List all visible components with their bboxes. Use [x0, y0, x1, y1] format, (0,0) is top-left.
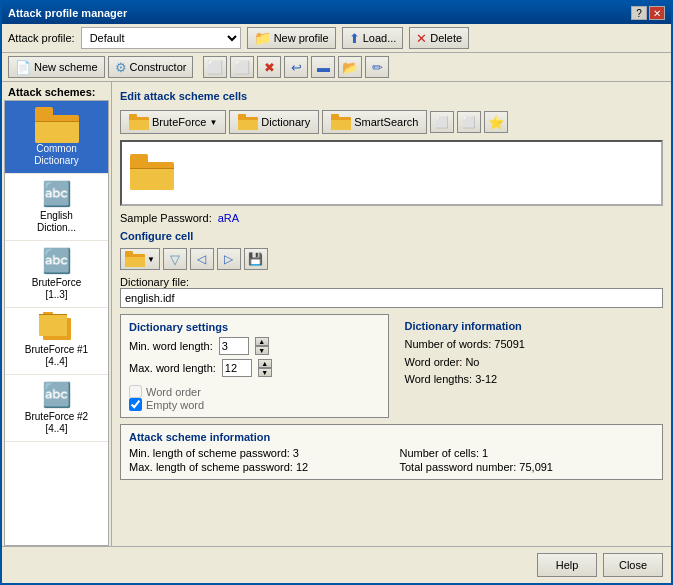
import-icon: 📂: [342, 60, 358, 75]
copy-icon: ⬜: [207, 60, 223, 75]
sample-label: Sample Password:: [120, 212, 212, 224]
new-profile-button[interactable]: 📁 New profile: [247, 27, 336, 49]
dict-word-lengths: Word lengths: 3-12: [405, 371, 656, 389]
tab-dictionary-label: Dictionary: [261, 116, 310, 128]
cell-preview-icon: [130, 154, 174, 192]
delete-icon: ✕: [416, 31, 427, 46]
main-window: Attack profile manager ? ✕ Attack profil…: [0, 0, 673, 585]
arrow-left-icon: ◁: [197, 252, 206, 266]
min-word-up[interactable]: ▲: [255, 337, 269, 346]
profile-select[interactable]: Default: [81, 27, 241, 49]
sidebar-item-bruteforce3[interactable]: 🔤 BruteForce #2[4..4]: [5, 375, 108, 442]
delete-scheme-btn[interactable]: ✖: [257, 56, 281, 78]
load-button[interactable]: ⬆ Load...: [342, 27, 404, 49]
max-word-up[interactable]: ▲: [258, 359, 272, 368]
dict-info-title: Dictionary information: [405, 320, 656, 332]
cell-copy2-btn[interactable]: ⬜: [457, 111, 481, 133]
max-word-down[interactable]: ▼: [258, 368, 272, 377]
cell-copy2-icon: ⬜: [462, 116, 476, 129]
dict-file-label: Dictionary file:: [120, 276, 663, 288]
open-dict-button[interactable]: ▼: [120, 248, 160, 270]
save-idf-btn[interactable]: 💾: [244, 248, 268, 270]
window-title: Attack profile manager: [8, 7, 127, 19]
bruteforce1-icon: 🔤: [42, 247, 72, 275]
empty-word-checkbox[interactable]: [129, 398, 142, 411]
min-word-input[interactable]: [219, 337, 249, 355]
load-label: Load...: [363, 32, 397, 44]
sidebar-item-label-0: CommonDictionary: [34, 143, 78, 167]
attack-tabs: BruteForce ▼ Dictionary: [120, 110, 663, 134]
new-scheme-button[interactable]: 📄 New scheme: [8, 56, 105, 78]
filter-btn[interactable]: ▽: [163, 248, 187, 270]
sample-value: aRA: [218, 212, 239, 224]
sidebar-item-label-2: BruteForce[1..3]: [32, 277, 81, 301]
empty-word-row: Empty word: [129, 398, 380, 411]
open-dict-folder-icon: [125, 251, 145, 267]
delete-scheme-icon: ✖: [264, 60, 275, 75]
scheme-info-grid: Min. length of scheme password: 3 Number…: [129, 447, 654, 473]
sidebar-scroll[interactable]: CommonDictionary 🔤 EnglishDiction... 🔤 B…: [4, 100, 109, 546]
close-button[interactable]: Close: [603, 553, 663, 577]
delete-button[interactable]: ✕ Delete: [409, 27, 469, 49]
constructor-button[interactable]: ⚙ Constructor: [108, 56, 194, 78]
import-btn[interactable]: 📂: [338, 56, 362, 78]
max-word-label: Max. word length:: [129, 362, 216, 374]
tab-smartsearch-folder-icon: [331, 114, 351, 130]
sidebar-label: Attack schemes:: [2, 82, 111, 100]
dict-settings-title: Dictionary settings: [129, 321, 380, 333]
tab-smartsearch[interactable]: SmartSearch: [322, 110, 427, 134]
tab-bruteforce[interactable]: BruteForce ▼: [120, 110, 226, 134]
sidebar-item-label-1: EnglishDiction...: [37, 210, 76, 234]
tab-smartsearch-label: SmartSearch: [354, 116, 418, 128]
sidebar-item-english-dictionary[interactable]: 🔤 EnglishDiction...: [5, 174, 108, 241]
move-up-btn[interactable]: ↩: [284, 56, 308, 78]
profile-label: Attack profile:: [8, 32, 75, 44]
min-word-label: Min. word length:: [129, 340, 213, 352]
dictionary-settings-box: Dictionary settings Min. word length: ▲ …: [120, 314, 389, 418]
min-word-spinner: ▲ ▼: [255, 337, 269, 355]
close-title-btn[interactable]: ✕: [649, 6, 665, 20]
export-btn[interactable]: ▬: [311, 56, 335, 78]
copy-btn[interactable]: ⬜: [203, 56, 227, 78]
arrow-right-icon: ▷: [224, 252, 233, 266]
bruteforce-dropdown-arrow: ▼: [209, 118, 217, 127]
arrow-right-btn[interactable]: ▷: [217, 248, 241, 270]
word-order-checkbox[interactable]: [129, 385, 142, 398]
help-button[interactable]: Help: [537, 553, 597, 577]
main-area: Attack schemes: CommonDictionary 🔤 Engli…: [2, 82, 671, 546]
copy2-btn[interactable]: ⬜: [230, 56, 254, 78]
num-cells-label: Number of cells: 1: [400, 447, 655, 459]
sample-password-row: Sample Password: aRA: [120, 212, 663, 224]
scheme-toolbar: 📄 New scheme ⚙ Constructor ⬜ ⬜ ✖ ↩ ▬ 📂 ✏: [2, 53, 671, 82]
cell-preview: [120, 140, 663, 206]
bottom-bar: Help Close: [2, 546, 671, 583]
new-scheme-icon: 📄: [15, 60, 31, 75]
cell-delete-btn[interactable]: ⭐: [484, 111, 508, 133]
tab-dictionary[interactable]: Dictionary: [229, 110, 319, 134]
tab-bruteforce-label: BruteForce: [152, 116, 206, 128]
move-up-icon: ↩: [291, 60, 302, 75]
sidebar-item-common-dictionary[interactable]: CommonDictionary: [5, 101, 108, 174]
max-word-input[interactable]: [222, 359, 252, 377]
edit-icon: ✏: [372, 60, 383, 75]
max-scheme-label: Max. length of scheme password: 12: [129, 461, 384, 473]
bruteforce2-icon: [39, 314, 75, 342]
total-password-label: Total password number: 75,091: [400, 461, 655, 473]
dict-file-input[interactable]: [120, 288, 663, 308]
edit-btn[interactable]: ✏: [365, 56, 389, 78]
sidebar-item-bruteforce2[interactable]: BruteForce #1[4..4]: [5, 308, 108, 375]
sidebar-item-bruteforce1[interactable]: 🔤 BruteForce[1..3]: [5, 241, 108, 308]
sidebar-item-label-4: BruteForce #2[4..4]: [25, 411, 88, 435]
dictionary-file-section: Dictionary file:: [120, 276, 663, 308]
cell-delete-icon: ⭐: [488, 115, 504, 130]
word-order-label: Word order: [146, 386, 201, 398]
arrow-left-btn[interactable]: ◁: [190, 248, 214, 270]
new-profile-label: New profile: [274, 32, 329, 44]
scheme-info-title: Attack scheme information: [129, 431, 654, 443]
title-bar: Attack profile manager ? ✕: [2, 2, 671, 24]
cell-copy-btn[interactable]: ⬜: [430, 111, 454, 133]
bruteforce3-icon: 🔤: [42, 381, 72, 409]
min-word-down[interactable]: ▼: [255, 346, 269, 355]
new-profile-icon: 📁: [254, 30, 271, 46]
help-title-btn[interactable]: ?: [631, 6, 647, 20]
